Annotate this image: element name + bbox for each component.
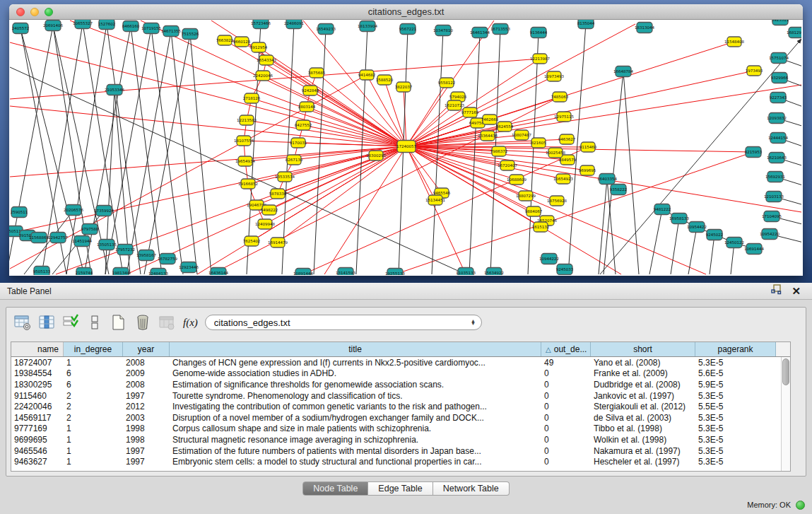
graph-node[interactable]: 16210723	[445, 100, 464, 110]
graph-node[interactable]: 3875685	[308, 68, 326, 78]
graph-node[interactable]: 7625402	[243, 236, 261, 246]
graph-node[interactable]: 13533534	[275, 172, 295, 182]
column-header-pagerank[interactable]: pagerank	[695, 342, 776, 356]
table-column-icon[interactable]	[36, 312, 57, 333]
graph-node[interactable]: 12450122	[724, 238, 744, 248]
graph-node[interactable]: 16958133	[669, 214, 689, 224]
graph-node[interactable]: 2590511	[11, 207, 28, 218]
graph-node[interactable]: 15723466	[251, 20, 271, 29]
graph-node[interactable]: 12923446	[179, 262, 199, 273]
graph-node[interactable]: 12975115	[554, 112, 574, 122]
graph-node[interactable]: 8135044	[577, 20, 595, 29]
network-canvas[interactable]: 2405572206914061065532715276028466160107…	[9, 20, 801, 275]
window-titlebar[interactable]: citations_edges.txt	[9, 4, 803, 20]
graph-hub-node[interactable]: 17240057	[396, 141, 416, 153]
select-rows-icon[interactable]	[60, 312, 81, 333]
graph-node[interactable]: 12213583	[237, 115, 257, 125]
graph-node[interactable]: 8267130	[286, 155, 303, 165]
graph-node[interactable]: 13958167	[136, 250, 156, 261]
graph-node[interactable]: 9481222	[654, 204, 671, 215]
graph-node[interactable]: 5923311	[772, 20, 789, 25]
tab-network-table[interactable]: Network Table	[433, 481, 510, 496]
graph-node[interactable]: 7515526	[182, 29, 199, 40]
graph-node[interactable]: 8215953	[745, 147, 763, 158]
graph-node[interactable]: 9358222	[610, 185, 628, 195]
table-vertical-scrollbar[interactable]	[781, 357, 790, 471]
function-builder-icon[interactable]: f(x)	[183, 317, 198, 329]
graph-node[interactable]: 9414682	[358, 70, 376, 80]
graph-node[interactable]: 11548408	[724, 37, 744, 47]
graph-node[interactable]: 17104095	[762, 211, 782, 222]
graph-node[interactable]: 9660128	[233, 37, 251, 47]
table-settings-icon[interactable]	[12, 312, 33, 333]
graph-node[interactable]: 16914479	[268, 238, 288, 247]
graph-node[interactable]: 10891444	[293, 269, 313, 276]
graph-node[interactable]: 9777169	[461, 107, 479, 117]
graph-node[interactable]: 2803144	[298, 102, 316, 112]
graph-node[interactable]: 19166852	[238, 179, 258, 189]
table-row[interactable]: 1938455462009Genome-wide association stu…	[11, 368, 790, 380]
graph-node[interactable]: 9227343	[770, 93, 787, 103]
close-icon[interactable]: ✕	[792, 286, 801, 296]
graph-node[interactable]: 9699695	[579, 165, 596, 175]
table-row[interactable]: 946554611997Estimation of the future num…	[11, 445, 790, 457]
graph-node[interactable]: 1981344	[112, 268, 130, 276]
table-row[interactable]: 1456911722003Disruption of a novel membe…	[11, 412, 790, 424]
graph-node[interactable]: 11568869	[29, 233, 49, 243]
table-row[interactable]: 977716911998Corpus callosum shape and si…	[11, 424, 790, 435]
graph-node[interactable]: 9245022	[706, 230, 724, 240]
graph-node[interactable]: 9505133	[33, 267, 51, 276]
column-header-out-de-[interactable]: △out_de...	[541, 342, 591, 356]
graph-node[interactable]: 19255133	[385, 269, 405, 276]
graph-node[interactable]: 10807487	[512, 130, 531, 140]
column-header-title[interactable]: title	[170, 342, 541, 356]
graph-node[interactable]: 16461344	[470, 28, 490, 38]
graph-node[interactable]: 15751074	[769, 53, 789, 64]
graph-node[interactable]: 1527602	[98, 20, 116, 30]
graph-node[interactable]: 12093832	[767, 113, 787, 124]
graph-node[interactable]: 13505135	[97, 240, 117, 250]
graph-node[interactable]: 10347810	[433, 25, 453, 36]
graph-node[interactable]: 8427552	[295, 120, 312, 130]
graph-node[interactable]: 16436144	[208, 268, 228, 276]
new-file-icon[interactable]	[108, 312, 129, 333]
graph-node[interactable]: 9115460	[579, 142, 597, 152]
graph-node[interactable]: 9242848	[302, 86, 319, 95]
graph-node[interactable]: 18300295	[366, 151, 386, 160]
graph-node[interactable]: 2159744	[76, 268, 93, 276]
graph-node[interactable]: 18313044	[635, 23, 654, 33]
graph-node[interactable]: 15692931	[765, 172, 785, 182]
graph-node[interactable]: 1588520	[376, 75, 394, 85]
table-row[interactable]: 1872400712008Changes of HCN gene express…	[11, 357, 790, 368]
graph-node[interactable]: 12484133	[148, 269, 168, 276]
table-row[interactable]: 911546021997Tourette syndrome. Phenomeno…	[11, 390, 790, 402]
graph-node[interactable]: 1615132	[532, 222, 550, 232]
graph-node[interactable]: 10654923	[553, 174, 573, 184]
graph-node[interactable]: 16210643	[767, 153, 787, 163]
graph-node[interactable]: 16812944	[787, 28, 801, 38]
graph-node[interactable]: 9567221	[399, 24, 417, 35]
float-window-icon[interactable]	[771, 284, 782, 298]
graph-node[interactable]: 1973493	[746, 66, 763, 76]
graph-node[interactable]: 7485063	[551, 92, 569, 102]
graph-node[interactable]: 15134451	[425, 195, 445, 205]
table-row[interactable]: 2242004622012Investigating the contribut…	[11, 401, 790, 412]
graph-node[interactable]: 12409948	[255, 219, 275, 229]
tab-edge-table[interactable]: Edge Table	[368, 481, 433, 496]
graph-node[interactable]: 17957232	[115, 245, 135, 255]
column-header-short[interactable]: short	[591, 342, 695, 356]
delete-table-icon[interactable]	[132, 312, 153, 333]
graph-node[interactable]: 9797588	[81, 224, 99, 235]
graph-node[interactable]: 10688609	[507, 175, 526, 185]
graph-node[interactable]: 10655327	[73, 20, 93, 29]
graph-node[interactable]: 20206576	[64, 205, 83, 216]
table-row[interactable]: 946362711997Embryonic stem cells: a mode…	[11, 456, 790, 467]
scrollbar-thumb[interactable]	[782, 358, 789, 385]
graph-node[interactable]: 9329966	[771, 73, 789, 83]
network-table-select[interactable]: citations_edges.txt ▲▼	[205, 315, 482, 330]
graph-node[interactable]: 12103133	[764, 192, 784, 202]
graph-node[interactable]: 9245033	[556, 264, 574, 275]
graph-node[interactable]: 16543343	[257, 55, 276, 65]
graph-node[interactable]: 12942757	[48, 233, 68, 243]
graph-node[interactable]: 12444154	[768, 133, 788, 144]
